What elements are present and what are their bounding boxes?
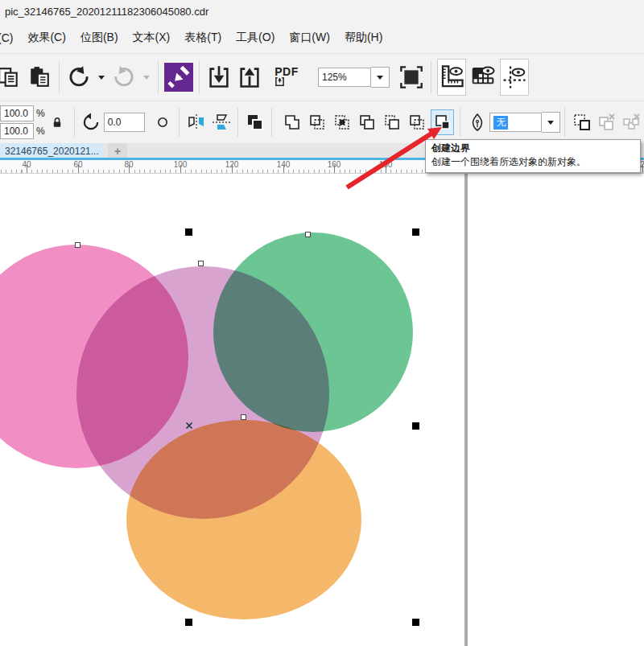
zoom-level-input[interactable]: 125% — [318, 68, 371, 87]
degree-indicator — [151, 110, 173, 134]
fullscreen-icon — [399, 65, 423, 89]
selection-handle-top-mid[interactable] — [185, 228, 192, 236]
tooltip-title: 创建边界 — [431, 142, 634, 155]
menu-item-table[interactable]: 表格(T) — [177, 27, 229, 48]
show-rulers-toggle[interactable] — [437, 59, 466, 96]
lock-icon — [52, 116, 63, 129]
caret-down-icon — [377, 76, 383, 80]
simplify-icon — [357, 113, 377, 132]
document-tab[interactable]: 32146765_2020121... — [0, 143, 103, 158]
trim-icon — [308, 113, 327, 132]
lock-ratio-button[interactable] — [47, 110, 68, 134]
scale-vertical-input[interactable]: 100.0 — [0, 123, 34, 139]
node-handle-pink-top[interactable] — [75, 242, 80, 248]
back-minus-front-button[interactable] — [406, 110, 427, 134]
simplify-button[interactable] — [356, 110, 378, 134]
rotation-angle-input[interactable]: 0.0 — [104, 113, 146, 132]
order-objects-icon — [246, 113, 265, 132]
canvas[interactable] — [0, 174, 644, 646]
rotate-icon — [81, 113, 101, 132]
intersect-button[interactable] — [331, 110, 353, 134]
caret-down-icon — [547, 121, 554, 125]
export-button[interactable] — [236, 60, 263, 95]
orange-circle[interactable] — [126, 420, 361, 619]
scale-horizontal-input[interactable]: 100.0 — [0, 105, 34, 121]
new-document-tab-button[interactable]: + — [108, 143, 127, 158]
node-handle-orange-top[interactable] — [241, 414, 246, 420]
undo-icon — [67, 65, 91, 89]
group-button[interactable] — [571, 110, 592, 134]
trim-button[interactable] — [306, 110, 328, 134]
node-handle-mauve-top[interactable] — [198, 261, 204, 266]
window-title: pic_32146765_20201211182306045080.cdr — [5, 6, 208, 18]
weld-button[interactable] — [281, 110, 303, 134]
front-minus-back-button[interactable] — [381, 110, 402, 134]
outline-width-value: 无 — [493, 116, 508, 130]
publish-pdf-button[interactable]: PDF — [266, 60, 307, 95]
zoom-level-dropdown[interactable] — [371, 67, 390, 88]
degree-circle-icon — [157, 117, 168, 128]
drawing-shapes — [0, 174, 644, 646]
show-guidelines-toggle[interactable] — [500, 59, 529, 96]
pen-nib-icon — [469, 112, 485, 133]
page-divider-line — [464, 174, 468, 646]
undo-button[interactable] — [65, 60, 93, 95]
menu-item-effects[interactable]: 效果(C) — [20, 27, 72, 48]
menu-item-bitmaps[interactable]: 位图(B) — [73, 27, 126, 48]
toolbar-separator — [199, 61, 200, 93]
selection-handle-bottom-right[interactable] — [412, 619, 419, 626]
selection-center-mark[interactable] — [185, 422, 193, 430]
propbar-separator — [564, 108, 565, 137]
export-icon — [237, 65, 262, 89]
mirror-vertical-button[interactable] — [210, 110, 232, 134]
selection-handle-bottom-mid[interactable] — [185, 619, 192, 626]
grid-eye-icon — [470, 64, 496, 90]
menu-item-window[interactable]: 窗口(W) — [282, 27, 337, 48]
outline-width-dropdown[interactable] — [542, 112, 560, 133]
property-bar: 100.0 % 100.0 % 0.0 — [0, 101, 644, 143]
scale-v-value: 100.0 — [4, 125, 28, 137]
toolbar-separator — [431, 61, 431, 93]
create-boundary-button[interactable] — [431, 109, 454, 135]
menu-item-tools[interactable]: 工具(O) — [229, 27, 282, 48]
ungroup-all-icon — [622, 113, 642, 132]
weld-icon — [283, 113, 302, 132]
menu-item-text[interactable]: 文本(X) — [126, 27, 178, 48]
ungroup-button[interactable] — [596, 110, 617, 134]
undo-dropdown[interactable] — [96, 60, 107, 95]
launcher-button[interactable] — [164, 60, 193, 95]
order-button[interactable] — [244, 110, 266, 134]
propbar-separator — [271, 108, 272, 137]
node-handle-green-top[interactable] — [305, 232, 311, 237]
outline-pen-button[interactable] — [466, 110, 488, 134]
import-button[interactable] — [205, 60, 233, 95]
purple-arrows-icon — [164, 63, 193, 92]
standard-toolbar: PDF 125% — [0, 53, 644, 101]
redo-dropdown[interactable] — [141, 60, 152, 95]
ungroup-all-button[interactable] — [621, 110, 642, 134]
caret-down-icon — [98, 76, 105, 80]
paste-icon — [28, 66, 51, 88]
redo-button[interactable] — [110, 60, 138, 95]
mirror-horizontal-button[interactable] — [185, 110, 207, 134]
guidelines-eye-icon — [502, 64, 527, 90]
tooltip-create-boundary: 创建边界 创建一个围绕着所选对象的新对象。 — [425, 139, 641, 173]
selection-handle-top-right[interactable] — [412, 228, 419, 236]
ungroup-icon — [597, 113, 617, 132]
document-tab-label: 32146765_2020121... — [5, 146, 99, 157]
green-circle[interactable] — [213, 232, 413, 432]
selection-handle-mid-right[interactable] — [412, 422, 419, 430]
copy-button[interactable] — [0, 60, 23, 95]
paste-button[interactable] — [26, 60, 53, 95]
mirror-horizontal-icon — [186, 113, 207, 131]
zoom-level-value: 125% — [322, 72, 347, 83]
menu-item-clipped[interactable]: (C) — [0, 28, 20, 47]
outline-width-combo[interactable]: 无 — [489, 113, 542, 132]
caret-down-icon — [143, 76, 150, 80]
mirror-vertical-icon — [211, 113, 232, 131]
propbar-separator — [179, 108, 180, 137]
show-grid-toggle[interactable] — [469, 60, 497, 95]
rotation-angle-value: 0.0 — [108, 117, 122, 128]
menu-item-help[interactable]: 帮助(H) — [337, 27, 390, 48]
fullscreen-preview-button[interactable] — [398, 60, 425, 95]
